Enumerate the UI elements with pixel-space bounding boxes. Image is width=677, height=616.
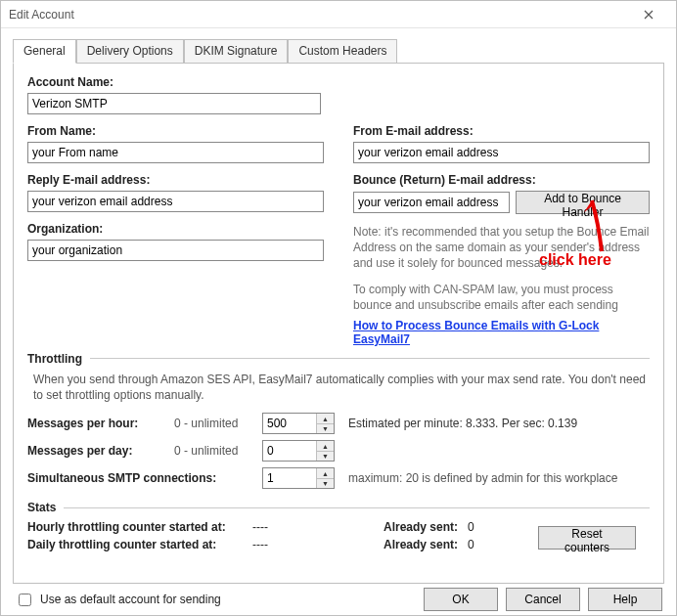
tabpage-general: Account Name: From Name: Reply E-mail ad…: [13, 64, 664, 584]
ok-button[interactable]: OK: [424, 588, 498, 611]
tab-general[interactable]: General: [13, 39, 76, 64]
cancel-button[interactable]: Cancel: [506, 588, 580, 611]
reply-email-input[interactable]: [27, 191, 324, 212]
smtp-conn-input[interactable]: [263, 468, 316, 488]
smtp-conn-label: Simultaneous SMTP connections:: [27, 471, 262, 485]
account-name-input[interactable]: [27, 93, 321, 114]
per-day-stepper[interactable]: ▲▼: [262, 440, 335, 462]
chevron-down-icon[interactable]: ▼: [317, 479, 334, 489]
bottom-bar: Use as default account for sending OK Ca…: [1, 584, 676, 615]
tab-custom-headers[interactable]: Custom Headers: [288, 39, 397, 63]
default-account-label: Use as default account for sending: [40, 593, 221, 606]
bounce-note-2: To comply with CAN-SPAM law, you must pr…: [353, 282, 650, 313]
daily-counter-label: Daily throttling counter started at:: [27, 538, 252, 551]
per-hour-hint: 0 - unlimited: [174, 417, 262, 430]
throttling-intro: When you send through Amazon SES API, Ea…: [33, 372, 650, 403]
chevron-up-icon[interactable]: ▲: [317, 414, 334, 424]
per-hour-after: Estimated per minute: 8.333. Per sec: 0.…: [348, 417, 577, 430]
per-day-hint: 0 - unlimited: [174, 444, 262, 458]
already-sent-label-1: Already sent:: [350, 520, 458, 534]
hourly-counter-label: Hourly throttling counter started at:: [27, 520, 252, 534]
already-sent-daily: 0: [468, 538, 507, 551]
from-email-input[interactable]: [353, 142, 650, 163]
reset-counters-button[interactable]: Reset counters: [538, 526, 636, 550]
chevron-up-icon[interactable]: ▲: [317, 468, 334, 479]
close-icon[interactable]: [629, 1, 668, 28]
default-account-checkbox-input[interactable]: [19, 594, 31, 606]
tabs: General Delivery Options DKIM Signature …: [13, 38, 664, 64]
chevron-down-icon[interactable]: ▼: [317, 452, 334, 462]
chevron-down-icon[interactable]: ▼: [317, 424, 334, 434]
smtp-conn-stepper[interactable]: ▲▼: [262, 467, 335, 489]
smtp-conn-after: maximum: 20 is defined by admin for this…: [348, 471, 617, 485]
help-button[interactable]: Help: [588, 588, 662, 611]
organization-label: Organization:: [27, 222, 324, 236]
bounce-email-label: Bounce (Return) E-mail address:: [353, 173, 650, 187]
add-to-bounce-handler-button[interactable]: Add to Bounce Handler: [516, 191, 650, 214]
per-hour-input[interactable]: [263, 414, 316, 433]
tab-delivery-options[interactable]: Delivery Options: [76, 39, 184, 63]
titlebar: Edit Account: [1, 1, 676, 28]
default-account-checkbox[interactable]: Use as default account for sending: [15, 591, 221, 609]
chevron-up-icon[interactable]: ▲: [317, 441, 334, 452]
from-name-label: From Name:: [27, 124, 324, 138]
organization-input[interactable]: [27, 240, 324, 261]
hourly-counter-value: ----: [252, 520, 311, 534]
per-hour-label: Messages per hour:: [27, 417, 174, 430]
bounce-note-1: Note: it's recommended that you setup th…: [353, 224, 650, 272]
reply-email-label: Reply E-mail address:: [27, 173, 324, 187]
per-hour-stepper[interactable]: ▲▼: [262, 413, 335, 434]
from-name-input[interactable]: [27, 142, 324, 163]
throttling-header: Throttling: [27, 352, 650, 366]
edit-account-window: Edit Account General Delivery Options DK…: [0, 0, 677, 616]
process-bounce-link[interactable]: How to Process Bounce Emails with G-Lock…: [353, 319, 599, 346]
bounce-email-input[interactable]: [353, 192, 510, 213]
tab-dkim-signature[interactable]: DKIM Signature: [184, 39, 289, 63]
daily-counter-value: ----: [252, 538, 311, 551]
stats-header: Stats: [27, 501, 650, 514]
per-day-input[interactable]: [263, 441, 316, 461]
from-email-label: From E-mail address:: [353, 124, 650, 138]
already-sent-hourly: 0: [468, 520, 507, 534]
per-day-label: Messages per day:: [27, 444, 174, 458]
already-sent-label-2: Already sent:: [350, 538, 458, 551]
window-title: Edit Account: [9, 8, 74, 22]
account-name-label: Account Name:: [27, 75, 321, 89]
